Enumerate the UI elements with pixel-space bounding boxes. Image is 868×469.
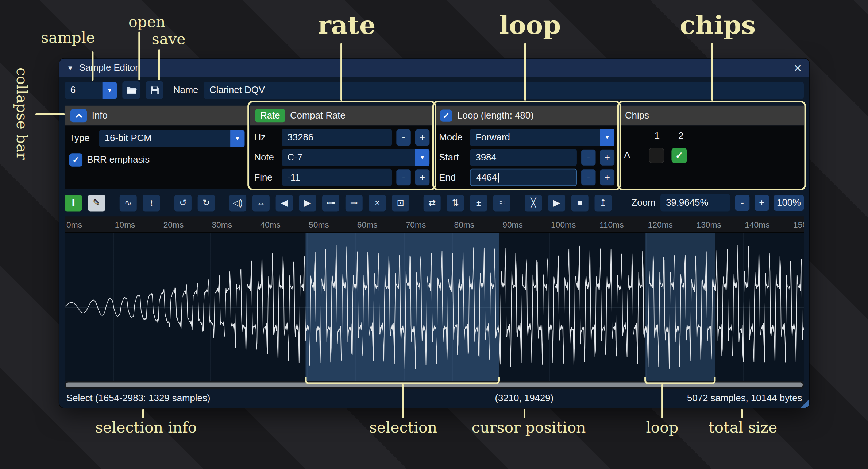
chip-1-checkbox[interactable] bbox=[649, 148, 664, 163]
callout-line-collapse-bar bbox=[35, 113, 65, 115]
callout-line-selection bbox=[402, 384, 404, 418]
loop-start-input[interactable]: 3984 bbox=[470, 149, 577, 166]
sample-row: 6 ▼ Name Clarinet DQV bbox=[59, 77, 809, 104]
hz-increase-button[interactable]: + bbox=[415, 129, 429, 146]
normalize-button[interactable]: ↔ bbox=[252, 194, 270, 211]
zoom-out-button[interactable]: - bbox=[735, 195, 749, 211]
ruler-label: 60ms bbox=[357, 220, 378, 229]
create-wavetable-button[interactable]: ↥ bbox=[594, 194, 612, 211]
callout-line-chips bbox=[711, 43, 713, 101]
hz-input[interactable]: 33286 bbox=[282, 129, 392, 146]
resample-button[interactable]: ≀ bbox=[143, 194, 160, 211]
callout-line-rate bbox=[340, 43, 342, 101]
chip-2-checkbox[interactable]: ✓ bbox=[671, 148, 687, 163]
resize-button[interactable]: ∿ bbox=[120, 194, 137, 211]
note-select[interactable]: C-7 ▼ bbox=[282, 149, 429, 166]
loop-start-label: Start bbox=[439, 152, 466, 163]
stop-preview-button[interactable]: ■ bbox=[571, 194, 589, 211]
info-panel-title: Info bbox=[92, 110, 108, 121]
callout-line-selection-info bbox=[142, 409, 144, 418]
fine-decrease-button[interactable]: - bbox=[396, 169, 410, 185]
window-collapse-icon[interactable]: ▼ bbox=[67, 64, 74, 71]
loop-enable-checkbox[interactable]: ✓ bbox=[440, 109, 452, 121]
resize-grip[interactable] bbox=[801, 399, 809, 408]
zoom-input[interactable]: 39.9645% bbox=[660, 194, 730, 212]
fine-input[interactable]: -11 bbox=[282, 169, 392, 186]
ruler-label: 80ms bbox=[454, 220, 474, 229]
callout-line-sample bbox=[92, 51, 94, 81]
invert-button[interactable]: ⇅ bbox=[447, 194, 464, 211]
save-button[interactable] bbox=[146, 81, 163, 99]
chevron-down-icon[interactable]: ▼ bbox=[230, 130, 244, 147]
selection-bracket bbox=[305, 377, 500, 384]
title-bar[interactable]: ▼ Sample Editor × bbox=[59, 59, 809, 77]
status-bar: Select (1654-2983: 1329 samples) (3210, … bbox=[59, 389, 809, 408]
loop-end-decrease-button[interactable]: - bbox=[581, 169, 595, 185]
callout-line-save bbox=[158, 49, 160, 80]
crossfade-button[interactable]: ╳ bbox=[525, 194, 542, 211]
insert-silence-button[interactable]: ⊶ bbox=[322, 194, 339, 211]
zoom-in-button[interactable]: + bbox=[755, 195, 769, 211]
sample-select[interactable]: 6 ▼ bbox=[65, 82, 117, 99]
ruler-label: 50ms bbox=[309, 220, 329, 229]
loop-mode-select[interactable]: Forward ▼ bbox=[470, 129, 614, 146]
waveform-view[interactable] bbox=[65, 233, 804, 381]
hz-value: 33286 bbox=[287, 132, 313, 143]
amplify-button[interactable]: ◁) bbox=[229, 194, 246, 211]
ruler-label: 120ms bbox=[648, 220, 673, 229]
loop-end-input[interactable]: 4464 bbox=[470, 169, 577, 186]
sample-editor-window: ▼ Sample Editor × 6 ▼ Name Clarinet DQV bbox=[59, 59, 809, 408]
ruler-label: 90ms bbox=[502, 220, 523, 229]
rate-panel: Rate Compat Rate Hz 33286 - + Note C-7 bbox=[250, 106, 434, 189]
collapse-info-button[interactable] bbox=[70, 109, 87, 122]
loop-start-increase-button[interactable]: + bbox=[600, 150, 614, 166]
chip-row-a-label: A bbox=[624, 150, 642, 161]
panels: Info Type 16-bit PCM ▼ ✓ BRR emphasis bbox=[65, 106, 804, 189]
rate-panel-title: Compat Rate bbox=[290, 110, 346, 121]
reverse-button[interactable]: ⇄ bbox=[424, 194, 441, 211]
filter-button[interactable]: ≈ bbox=[493, 194, 510, 211]
edit-mode-button[interactable]: I bbox=[65, 194, 82, 211]
text-caret bbox=[498, 173, 499, 182]
fade-in-button[interactable]: ◀ bbox=[276, 194, 293, 211]
chevron-down-icon[interactable]: ▼ bbox=[600, 129, 614, 146]
close-icon[interactable]: × bbox=[794, 61, 802, 74]
zoom-reset-button[interactable]: 100% bbox=[774, 195, 804, 211]
loop-end-increase-button[interactable]: + bbox=[600, 169, 614, 185]
zoom-group: Zoom 39.9645% - + 100% bbox=[631, 194, 804, 212]
chevron-up-icon bbox=[74, 112, 83, 120]
loop-start-value: 3984 bbox=[475, 152, 496, 163]
zoom-value: 39.9645% bbox=[666, 197, 708, 208]
floppy-save-icon bbox=[149, 85, 160, 96]
loop-start-decrease-button[interactable]: - bbox=[581, 150, 595, 166]
type-label: Type bbox=[69, 133, 95, 144]
loop-end-value: 4464 bbox=[476, 172, 497, 183]
preview-button[interactable]: ▶ bbox=[548, 194, 565, 211]
annotation-cursor-position: cursor position bbox=[472, 419, 586, 436]
fade-out-button[interactable]: ▶ bbox=[299, 194, 316, 211]
chevron-down-icon[interactable]: ▼ bbox=[103, 82, 117, 99]
toolbar: I✎∿≀↺↻◁)↔◀▶⊶⊸×⊡⇄⇅±≈╳▶■↥ Zoom 39.9645% - … bbox=[59, 189, 809, 216]
fine-label: Fine bbox=[254, 172, 277, 183]
cursor-position-text: (3210, 19429) bbox=[495, 393, 553, 404]
sign-button[interactable]: ± bbox=[470, 194, 487, 211]
rate-badge[interactable]: Rate bbox=[255, 109, 285, 122]
open-button[interactable] bbox=[122, 81, 140, 99]
undo-button[interactable]: ↺ bbox=[174, 194, 192, 211]
ruler-label: 150ms bbox=[793, 220, 804, 229]
chevron-down-icon[interactable]: ▼ bbox=[415, 149, 429, 166]
fine-increase-button[interactable]: + bbox=[415, 169, 429, 185]
hz-decrease-button[interactable]: - bbox=[396, 129, 410, 146]
name-value: Clarinet DQV bbox=[209, 85, 265, 96]
apply-silence-button[interactable]: ⊸ bbox=[346, 194, 363, 211]
type-select[interactable]: 16-bit PCM ▼ bbox=[99, 130, 245, 147]
redo-button[interactable]: ↻ bbox=[198, 194, 215, 211]
name-input[interactable]: Clarinet DQV bbox=[204, 82, 804, 99]
sample-select-value: 6 bbox=[65, 85, 103, 96]
ruler-label: 10ms bbox=[115, 220, 135, 229]
trim-button[interactable]: ⊡ bbox=[392, 194, 409, 211]
delete-button[interactable]: × bbox=[369, 194, 386, 211]
draw-mode-button[interactable]: ✎ bbox=[88, 194, 105, 211]
brr-emphasis-checkbox[interactable]: ✓ bbox=[69, 153, 82, 166]
annotation-selection: selection bbox=[369, 419, 437, 436]
